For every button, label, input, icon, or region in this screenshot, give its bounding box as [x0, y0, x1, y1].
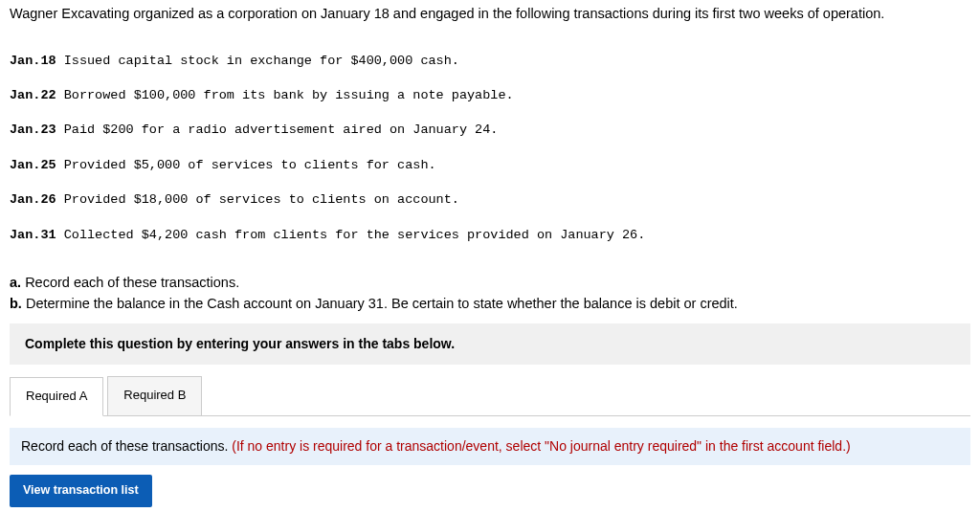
- instruction-note: (If no entry is required for a transacti…: [232, 438, 850, 454]
- tx-text: Paid $200 for a radio advertisement aire…: [64, 122, 499, 137]
- tx-date: Jan.18: [10, 54, 56, 68]
- tx-row: Jan.18 Issued capital stock in exchange …: [10, 53, 970, 70]
- view-transaction-list-button[interactable]: View transaction list: [10, 475, 152, 507]
- tx-date: Jan.26: [10, 192, 56, 207]
- tab-required-b[interactable]: Required B: [107, 376, 202, 414]
- tx-date: Jan.25: [10, 158, 56, 172]
- tx-text: Collected $4,200 cash from clients for t…: [64, 228, 646, 242]
- problem-intro: Wagner Excavating organized as a corpora…: [10, 4, 970, 23]
- tx-date: Jan.23: [10, 122, 56, 137]
- transaction-list: Jan.18 Issued capital stock in exchange …: [10, 34, 970, 261]
- tx-date: Jan.31: [10, 228, 56, 242]
- requirement-a: a. Record each of these transactions.: [10, 273, 970, 292]
- answer-panel: Complete this question by entering your …: [10, 323, 970, 512]
- tx-row: Jan.26 Provided $18,000 of services to c…: [10, 191, 970, 209]
- tx-text: Provided $18,000 of services to clients …: [64, 192, 459, 207]
- tabs-row: Required A Required B: [10, 376, 970, 415]
- req-a-text: Record each of these transactions.: [25, 275, 239, 290]
- tab-instruction: Record each of these transactions. (If n…: [10, 428, 970, 466]
- tx-row: Jan.22 Borrowed $100,000 from its bank b…: [10, 87, 970, 104]
- req-a-label: a.: [10, 275, 21, 290]
- tx-date: Jan.22: [10, 88, 56, 102]
- tx-row: Jan.25 Provided $5,000 of services to cl…: [10, 157, 970, 174]
- requirement-b: b. Determine the balance in the Cash acc…: [10, 294, 970, 313]
- instruction-plain: Record each of these transactions.: [21, 438, 232, 454]
- tx-text: Borrowed $100,000 from its bank by issui…: [64, 88, 514, 102]
- tx-row: Jan.31 Collected $4,200 cash from client…: [10, 227, 970, 244]
- tx-text: Issued capital stock in exchange for $40…: [64, 54, 459, 68]
- tx-row: Jan.23 Paid $200 for a radio advertiseme…: [10, 122, 970, 139]
- req-b-label: b.: [10, 296, 22, 311]
- req-b-text: Determine the balance in the Cash accoun…: [26, 296, 738, 311]
- panel-prompt: Complete this question by entering your …: [10, 323, 970, 366]
- tx-text: Provided $5,000 of services to clients f…: [64, 158, 436, 172]
- tab-required-a[interactable]: Required A: [10, 377, 103, 415]
